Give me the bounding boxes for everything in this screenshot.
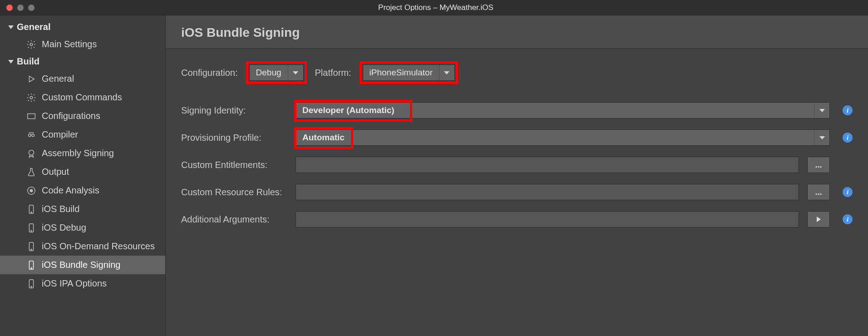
dropdown-icon [814, 130, 829, 145]
browse-button[interactable]: ... [807, 157, 830, 173]
dropdown-icon [814, 103, 829, 118]
config-platform-row: Configuration: Debug Platform: iPhoneSim… [181, 61, 853, 84]
svg-point-0 [30, 43, 33, 46]
custom-entitlements-row: Custom Entitlements: ... [181, 157, 853, 173]
phone-icon [26, 279, 36, 289]
sidebar: General Main Settings Build General Cust… [0, 15, 166, 336]
svg-point-1 [30, 96, 33, 99]
zoom-window-button[interactable] [28, 5, 35, 11]
svg-point-13 [31, 249, 32, 250]
custom-resource-rules-label: Custom Resource Rules: [181, 187, 287, 198]
sidebar-category-general[interactable]: General [0, 19, 165, 35]
svg-point-3 [29, 134, 31, 137]
flask-icon [26, 167, 36, 177]
sidebar-item-ios-bundle-signing[interactable]: iOS Bundle Signing [0, 256, 165, 274]
signing-identity-row: Signing Identity: Developer (Automatic) … [181, 102, 853, 119]
configuration-value: Debug [250, 65, 288, 80]
sidebar-category-label: General [17, 22, 50, 32]
window-title: Project Options – MyWeather.iOS [35, 3, 837, 12]
custom-entitlements-input[interactable] [296, 157, 799, 173]
minimize-window-button[interactable] [17, 5, 24, 11]
play-icon [26, 74, 36, 84]
run-button[interactable] [807, 211, 830, 227]
sidebar-item-output[interactable]: Output [0, 163, 165, 181]
sidebar-item-label: Main Settings [42, 39, 97, 49]
sidebar-item-ios-build[interactable]: iOS Build [0, 200, 165, 218]
custom-resource-rules-row: Custom Resource Rules: ... i [181, 184, 853, 200]
dropdown-icon [288, 65, 303, 80]
sidebar-item-label: Output [42, 167, 69, 177]
chevron-down-icon [8, 25, 14, 29]
additional-arguments-row: Additional Arguments: i [181, 211, 853, 227]
sidebar-item-assembly-signing[interactable]: Assembly Signing [0, 144, 165, 163]
sidebar-category-label: Build [17, 56, 39, 67]
signing-identity-label: Signing Identity: [181, 105, 287, 116]
badge-icon [26, 148, 36, 158]
svg-rect-2 [28, 114, 35, 119]
phone-icon [26, 242, 36, 252]
sidebar-item-label: Compiler [42, 129, 78, 140]
svg-point-5 [29, 150, 34, 155]
close-window-button[interactable] [6, 5, 13, 11]
sidebar-item-custom-commands[interactable]: Custom Commands [0, 88, 165, 107]
svg-point-4 [32, 134, 35, 137]
sidebar-item-label: iOS IPA Options [42, 278, 107, 289]
additional-arguments-input[interactable] [296, 211, 799, 227]
titlebar: Project Options – MyWeather.iOS [0, 0, 868, 15]
panel-header: iOS Bundle Signing [166, 15, 868, 49]
sidebar-item-label: Configurations [42, 111, 100, 121]
info-icon[interactable]: i [843, 214, 853, 224]
configuration-label: Configuration: [181, 68, 238, 78]
configuration-select[interactable]: Debug [249, 64, 304, 81]
sidebar-item-label: iOS Build [42, 204, 79, 214]
play-icon [817, 217, 821, 222]
panel-title: iOS Bundle Signing [181, 25, 853, 40]
sidebar-item-label: iOS Bundle Signing [42, 260, 120, 270]
sidebar-item-label: Assembly Signing [42, 148, 114, 158]
browse-button[interactable]: ... [807, 184, 830, 200]
highlight-platform: iPhoneSimulator [360, 61, 458, 84]
sidebar-item-compiler[interactable]: Compiler [0, 125, 165, 144]
info-icon[interactable]: i [843, 187, 853, 197]
sidebar-item-main-settings[interactable]: Main Settings [0, 35, 165, 54]
sidebar-item-configurations[interactable]: Configurations [0, 107, 165, 125]
signing-identity-select[interactable]: Developer (Automatic) [296, 102, 830, 119]
sidebar-item-ios-debug[interactable]: iOS Debug [0, 218, 165, 237]
svg-point-15 [31, 267, 32, 268]
svg-point-9 [31, 212, 32, 212]
signing-identity-value: Developer (Automatic) [296, 103, 814, 118]
sidebar-item-ios-on-demand-resources[interactable]: iOS On-Demand Resources [0, 237, 165, 256]
highlight-configuration: Debug [246, 61, 307, 84]
phone-icon [26, 204, 36, 214]
info-icon[interactable]: i [843, 105, 853, 115]
phone-icon [26, 223, 36, 233]
sidebar-item-ios-ipa-options[interactable]: iOS IPA Options [0, 274, 165, 293]
platform-label: Platform: [315, 68, 351, 78]
svg-point-17 [31, 286, 32, 287]
main-panel: iOS Bundle Signing Configuration: Debug … [166, 15, 868, 336]
provisioning-profile-select[interactable]: Automatic [296, 129, 830, 146]
info-icon[interactable]: i [843, 133, 853, 143]
compiler-icon [26, 130, 36, 140]
provisioning-profile-label: Provisioning Profile: [181, 133, 287, 143]
platform-value: iPhoneSimulator [363, 65, 439, 80]
sidebar-item-label: Code Analysis [42, 185, 99, 196]
gear-icon [26, 40, 36, 49]
phone-icon [26, 260, 36, 270]
sidebar-item-code-analysis[interactable]: Code Analysis [0, 181, 165, 200]
dropdown-icon [439, 65, 454, 80]
sidebar-item-general[interactable]: General [0, 69, 165, 88]
platform-select[interactable]: iPhoneSimulator [363, 64, 455, 81]
sidebar-item-label: General [42, 74, 74, 84]
sidebar-category-build[interactable]: Build [0, 54, 165, 69]
chevron-down-icon [8, 60, 14, 64]
provisioning-profile-value: Automatic [296, 130, 814, 145]
target-icon [26, 186, 36, 196]
svg-point-11 [31, 230, 32, 231]
svg-point-7 [30, 189, 33, 192]
gear-icon [26, 93, 36, 103]
rectangle-icon [26, 111, 36, 121]
custom-entitlements-label: Custom Entitlements: [181, 160, 287, 170]
custom-resource-rules-input[interactable] [296, 184, 799, 200]
window-controls [6, 5, 35, 11]
